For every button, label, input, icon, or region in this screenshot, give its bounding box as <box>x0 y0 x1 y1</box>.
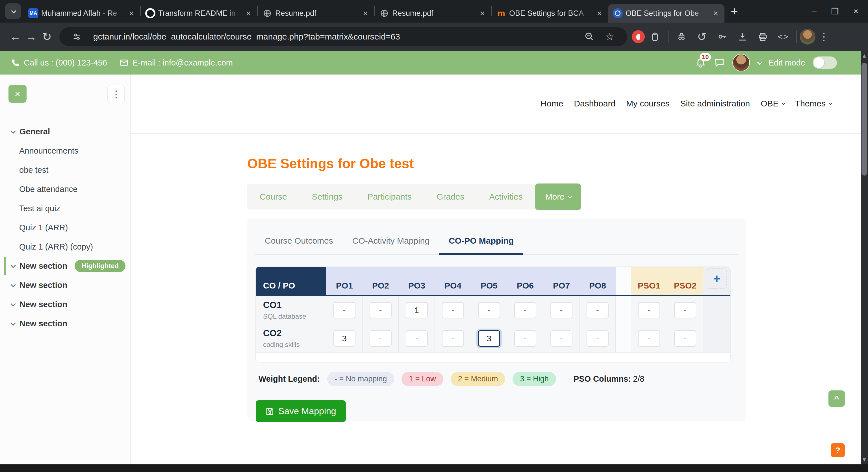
devtools-code-icon[interactable]: <> <box>777 31 789 43</box>
tab-close-icon[interactable]: × <box>478 8 487 18</box>
scrollbar-down-arrow[interactable]: ▼ <box>861 455 868 464</box>
profile-avatar[interactable] <box>800 29 815 44</box>
subtab-course-outcomes[interactable]: Course Outcomes <box>255 232 343 255</box>
sidebar-item-test-ai-quiz[interactable]: Test ai quiz <box>0 199 130 218</box>
weight-input-co2-pso2[interactable] <box>674 330 696 347</box>
nav-home[interactable]: Home <box>540 99 563 108</box>
subtab-co-po-mapping[interactable]: CO-PO Mapping <box>439 232 523 255</box>
weight-input-co1-po3[interactable] <box>406 302 428 318</box>
weight-input-co1-po1[interactable] <box>333 302 355 318</box>
tab-settings[interactable]: Settings <box>300 192 355 202</box>
forward-button[interactable]: → <box>23 31 39 43</box>
close-drawer-button[interactable]: × <box>8 85 27 103</box>
sidebar-section-new-4[interactable]: New section <box>0 314 130 333</box>
tab-grades[interactable]: Grades <box>424 192 477 202</box>
page-scrollbar[interactable]: ▲ ▼ <box>861 51 868 464</box>
po-header: PO3 <box>399 267 435 296</box>
window-restore-button[interactable]: ❐ <box>831 6 839 16</box>
add-column-button[interactable]: + <box>707 268 727 289</box>
sidebar-section-general[interactable]: General <box>0 122 130 141</box>
weight-input-co2-po6[interactable] <box>514 330 536 347</box>
chevron-down-icon[interactable] <box>757 60 762 65</box>
url-text[interactable]: gctanur.in/local/obe_autocalculator/cour… <box>93 32 579 41</box>
weight-input-co2-po3[interactable] <box>406 330 428 347</box>
tab-close-icon[interactable]: × <box>127 8 135 18</box>
clipboard-extension-icon[interactable] <box>649 31 661 43</box>
sidebar-item-announcements[interactable]: Announcements <box>0 141 130 160</box>
window-close-button[interactable]: × <box>853 6 858 16</box>
browser-tab[interactable]: m OBE Settings for BCA × <box>492 4 608 23</box>
kebab-menu-button[interactable]: ⋮ <box>107 85 125 103</box>
nav-dashboard[interactable]: Dashboard <box>574 99 615 108</box>
tab-participants[interactable]: Participants <box>355 192 424 202</box>
weight-input-co1-po5[interactable] <box>478 302 500 318</box>
privacy-extension-icon[interactable] <box>675 31 688 43</box>
tab-close-icon[interactable]: × <box>244 8 253 18</box>
history-icon[interactable]: ↺ <box>695 31 708 43</box>
password-key-icon[interactable] <box>716 31 728 43</box>
browser-menu-icon[interactable]: ⋮ <box>819 31 829 43</box>
reload-button[interactable]: ↻ <box>39 30 55 43</box>
address-bar[interactable]: gctanur.in/local/obe_autocalculator/cour… <box>59 27 627 46</box>
weight-input-co2-po8[interactable] <box>587 330 609 347</box>
user-avatar[interactable] <box>733 54 750 71</box>
weight-input-co1-po8[interactable] <box>587 302 609 318</box>
tab-search-button[interactable] <box>5 3 21 19</box>
scrollbar-up-arrow[interactable]: ▲ <box>861 51 868 60</box>
bookmark-star-icon[interactable]: ☆ <box>603 31 616 43</box>
window-minimize-button[interactable]: – <box>812 6 816 16</box>
tab-course[interactable]: Course <box>247 192 300 202</box>
tab-close-icon[interactable]: × <box>361 8 370 18</box>
weight-input-co1-pso2[interactable] <box>674 302 696 318</box>
sidebar-section-new-2[interactable]: New section <box>0 275 130 295</box>
tab-close-icon[interactable]: × <box>595 8 603 18</box>
sidebar-section-new-3[interactable]: New section <box>0 295 130 314</box>
print-icon[interactable] <box>757 31 769 43</box>
sidebar-item-obe-test[interactable]: obe test <box>0 160 130 179</box>
tab-more[interactable]: More <box>535 183 581 210</box>
adblock-extension-icon[interactable] <box>632 30 645 43</box>
weight-input-co2-po7[interactable] <box>550 330 572 347</box>
subtab-co-activity-mapping[interactable]: CO-Activity Mapping <box>343 232 439 255</box>
save-mapping-button[interactable]: Save Mapping <box>256 400 346 422</box>
nav-my-courses[interactable]: My courses <box>626 99 670 108</box>
matrix-horizontal-scrollbar[interactable] <box>256 352 731 362</box>
browser-tab[interactable]: Transform README in × <box>141 4 257 23</box>
weight-input-co2-pso1[interactable] <box>638 330 660 347</box>
nav-site-administration[interactable]: Site administration <box>680 99 750 108</box>
add-column-header: + <box>703 267 731 296</box>
new-tab-button[interactable]: + <box>731 4 738 19</box>
notifications-button[interactable]: 10 <box>695 57 706 68</box>
weight-input-co1-po2[interactable] <box>370 302 392 318</box>
weight-input-co1-po4[interactable] <box>442 302 464 318</box>
sidebar-item-obe-attendance[interactable]: Obe attendance <box>0 179 130 199</box>
nav-themes[interactable]: Themes <box>795 99 831 108</box>
scrollbar-thumb[interactable] <box>862 63 867 176</box>
weight-input-co2-po5[interactable] <box>478 330 500 347</box>
browser-tab[interactable]: Resume.pdf × <box>375 4 491 23</box>
weight-input-co2-po2[interactable] <box>370 330 392 347</box>
weight-input-co2-po1[interactable] <box>333 330 355 347</box>
sidebar-item-quiz1-copy[interactable]: Quiz 1 (ARR) (copy) <box>0 237 130 256</box>
weight-input-co1-pso1[interactable] <box>638 302 660 318</box>
site-settings-icon[interactable] <box>71 31 83 43</box>
weight-input-co1-po6[interactable] <box>514 302 536 318</box>
zoom-out-icon[interactable] <box>583 31 596 43</box>
messages-icon[interactable] <box>714 57 725 68</box>
browser-tab[interactable]: MA Muhammed Aflah - Re × <box>24 4 140 23</box>
browser-tab-active[interactable]: OBE Settings for Obe × <box>608 4 724 23</box>
nav-obe[interactable]: OBE <box>761 99 784 108</box>
edit-mode-toggle[interactable] <box>813 57 837 69</box>
weight-input-co2-po4[interactable] <box>442 330 464 347</box>
scroll-to-top-button[interactable]: ^ <box>829 391 845 407</box>
primary-navigation: Home Dashboard My courses Site administr… <box>540 99 831 108</box>
help-button[interactable]: ? <box>831 443 845 457</box>
back-button[interactable]: ← <box>7 31 23 43</box>
sidebar-section-new-highlighted[interactable]: New section Highlighted <box>0 256 130 275</box>
tab-close-icon[interactable]: × <box>711 8 720 18</box>
download-icon[interactable] <box>736 31 749 43</box>
sidebar-item-quiz1[interactable]: Quiz 1 (ARR) <box>0 218 130 237</box>
tab-activities[interactable]: Activities <box>477 192 535 202</box>
browser-tab[interactable]: Resume.pdf × <box>258 4 374 23</box>
weight-input-co1-po7[interactable] <box>550 302 572 318</box>
